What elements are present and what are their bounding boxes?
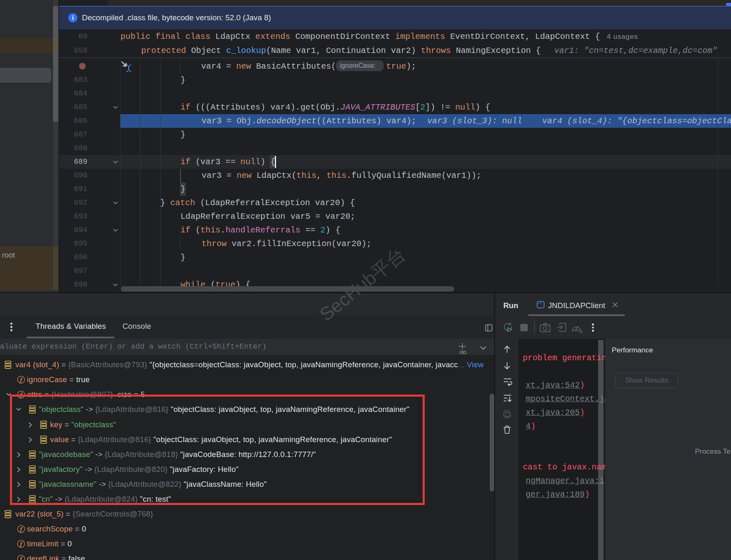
svg-text:f: f [20, 555, 23, 560]
svg-text:f: f [20, 526, 23, 532]
svg-text:f: f [20, 541, 23, 547]
svg-text:f: f [20, 376, 23, 383]
